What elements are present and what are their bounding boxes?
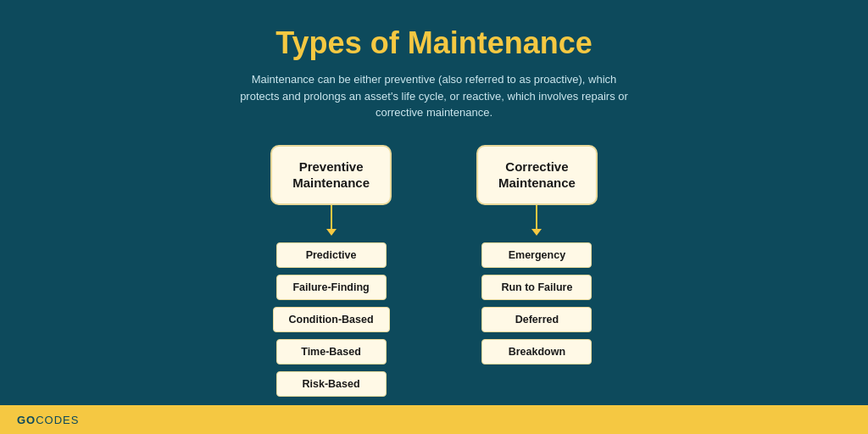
child-deferred: Deferred [481,307,592,332]
child-failure-finding: Failure-Finding [276,275,387,300]
diagram: PreventiveMaintenance Predictive Failure… [270,145,598,397]
preventive-connector [331,205,332,231]
preventive-child-list: Predictive Failure-Finding Condition-Bas… [273,242,390,397]
child-risk-based: Risk-Based [276,371,387,397]
page-title: Types of Maintenance [275,25,592,61]
corrective-connector [536,205,537,231]
main-content: Types of Maintenance Maintenance can be … [0,0,868,405]
preventive-branch: PreventiveMaintenance Predictive Failure… [270,145,392,397]
child-emergency: Emergency [481,242,592,268]
footer-logo-codes: CODES [36,414,79,426]
child-run-to-failure: Run to Failure [481,275,592,300]
child-breakdown: Breakdown [481,339,592,364]
corrective-root-box: CorrectiveMaintenance [476,145,598,205]
child-condition-based: Condition-Based [273,307,390,332]
footer: GOCODES [0,405,868,435]
child-predictive: Predictive [276,242,387,268]
preventive-root-box: PreventiveMaintenance [270,145,392,205]
footer-logo: GOCODES [17,414,79,426]
subtitle: Maintenance can be either preventive (al… [231,71,637,121]
corrective-child-list: Emergency Run to Failure Deferred Breakd… [481,242,592,364]
corrective-branch: CorrectiveMaintenance Emergency Run to F… [476,145,598,364]
footer-logo-go: GO [17,414,36,426]
child-time-based: Time-Based [276,339,387,364]
